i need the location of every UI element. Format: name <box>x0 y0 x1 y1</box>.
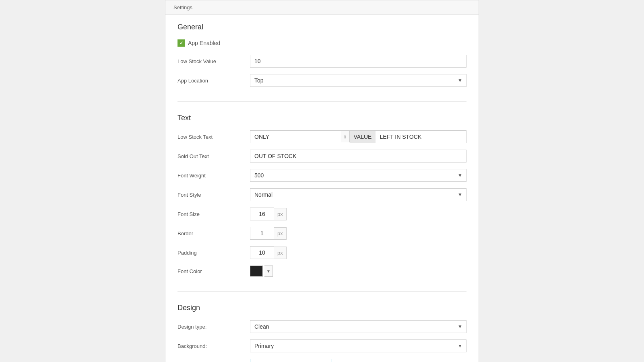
border-input-group: px <box>250 227 466 240</box>
design-type-select[interactable]: Clean Modern Classic Minimal <box>250 320 466 333</box>
color-picker-wrapper: ▼ <box>250 265 466 277</box>
main-container: Settings General ✓ App Enabled Low Stock… <box>165 0 479 362</box>
font-weight-select-wrapper: 100200300400 500600700800900 ▼ <box>250 169 466 182</box>
font-color-control: ▼ <box>250 265 466 277</box>
padding-label: Padding <box>178 250 250 256</box>
low-stock-text-rest-input[interactable] <box>376 131 466 143</box>
font-style-select[interactable]: Normal Italic Oblique <box>250 188 466 201</box>
design-type-row: Design type: Clean Modern Classic Minima… <box>178 320 466 333</box>
font-style-row: Font Style Normal Italic Oblique ▼ <box>178 188 466 201</box>
border-unit-label: px <box>274 227 287 240</box>
border-input[interactable] <box>250 227 274 240</box>
low-stock-value-control <box>250 55 466 68</box>
design-type-label: Design type: <box>178 324 250 330</box>
font-weight-row: Font Weight 100200300400 500600700800900… <box>178 169 466 182</box>
design-type-control: Clean Modern Classic Minimal ▼ <box>250 320 466 333</box>
font-color-dropdown-arrow-icon: ▼ <box>266 269 270 274</box>
design-section-title: Design <box>178 304 466 312</box>
low-stock-text-segmented: ℹ VALUE <box>250 130 466 143</box>
padding-input-group: px <box>250 246 466 259</box>
font-size-row: Font Size px <box>178 208 466 220</box>
font-size-label: Font Size <box>178 211 250 217</box>
sold-out-text-control <box>250 150 466 162</box>
general-section-title: General <box>178 23 466 31</box>
general-section: General ✓ App Enabled Low Stock Value <box>178 23 466 102</box>
padding-input[interactable] <box>250 246 274 259</box>
app-location-control: Top Bottom Middle ▼ <box>250 74 466 87</box>
background-select-wrapper: Primary Secondary Custom ▼ <box>250 339 466 352</box>
border-control: px <box>250 227 466 240</box>
low-stock-value-label: Low Stock Value <box>178 58 250 64</box>
padding-row: Padding px <box>178 246 466 259</box>
preview-design-control: ONLY 10 LEFT IN STOCK <box>250 359 466 362</box>
page-wrapper: Settings General ✓ App Enabled Low Stock… <box>0 0 644 362</box>
app-enabled-row: ✓ App Enabled <box>178 39 466 47</box>
preview-design-row: Preview Design: ONLY 10 LEFT IN STOCK <box>178 359 466 362</box>
app-enabled-checkbox[interactable]: ✓ <box>178 39 185 47</box>
settings-header: Settings <box>165 0 479 15</box>
font-color-dropdown-btn[interactable]: ▼ <box>264 265 273 277</box>
low-stock-text-control: ℹ VALUE <box>250 130 466 143</box>
font-style-select-wrapper: Normal Italic Oblique ▼ <box>250 188 466 201</box>
padding-unit-label: px <box>274 247 287 259</box>
settings-header-title: Settings <box>173 4 192 10</box>
app-location-select[interactable]: Top Bottom Middle <box>250 74 466 87</box>
background-row: Background: Primary Secondary Custom ▼ <box>178 339 466 352</box>
checkbox-checkmark-icon: ✓ <box>180 41 183 46</box>
font-weight-control: 100200300400 500600700800900 ▼ <box>250 169 466 182</box>
font-style-label: Font Style <box>178 192 250 198</box>
sold-out-text-input[interactable] <box>250 150 466 162</box>
design-type-select-wrapper: Clean Modern Classic Minimal ▼ <box>250 320 466 333</box>
low-stock-text-row: Low Stock Text ℹ VALUE <box>178 130 466 143</box>
background-select[interactable]: Primary Secondary Custom <box>250 339 466 352</box>
font-size-input[interactable] <box>250 208 274 220</box>
font-color-swatch[interactable] <box>250 265 263 277</box>
app-location-select-wrapper: Top Bottom Middle ▼ <box>250 74 466 87</box>
low-stock-text-info-icon: ℹ <box>341 131 350 142</box>
padding-control: px <box>250 246 466 259</box>
border-label: Border <box>178 230 250 237</box>
border-row: Border px <box>178 227 466 240</box>
app-location-row: App Location Top Bottom Middle ▼ <box>178 74 466 87</box>
background-label: Background: <box>178 343 250 349</box>
sold-out-text-row: Sold Out Text <box>178 150 466 162</box>
low-stock-text-label: Low Stock Text <box>178 134 250 140</box>
low-stock-value-input[interactable] <box>250 55 466 68</box>
font-size-unit-label: px <box>274 208 287 220</box>
low-stock-text-value-badge: VALUE <box>350 131 376 143</box>
font-color-label: Font Color <box>178 268 250 274</box>
background-control: Primary Secondary Custom ▼ <box>250 339 466 352</box>
font-size-control: px <box>250 208 466 220</box>
font-weight-select[interactable]: 100200300400 500600700800900 <box>250 169 466 182</box>
preview-design-button[interactable]: ONLY 10 LEFT IN STOCK <box>250 359 332 362</box>
low-stock-text-only-input[interactable] <box>250 131 341 143</box>
sold-out-text-label: Sold Out Text <box>178 153 250 159</box>
font-size-input-group: px <box>250 208 466 220</box>
app-location-label: App Location <box>178 78 250 84</box>
font-weight-label: Font Weight <box>178 173 250 179</box>
design-section: Design Design type: Clean Modern Classic… <box>178 304 466 362</box>
font-color-row: Font Color ▼ <box>178 265 466 277</box>
text-section: Text Low Stock Text ℹ VALUE <box>178 114 466 292</box>
font-style-control: Normal Italic Oblique ▼ <box>250 188 466 201</box>
app-enabled-label: App Enabled <box>188 40 220 46</box>
content-area: General ✓ App Enabled Low Stock Value <box>165 15 479 362</box>
text-section-title: Text <box>178 114 466 122</box>
low-stock-value-row: Low Stock Value <box>178 55 466 68</box>
